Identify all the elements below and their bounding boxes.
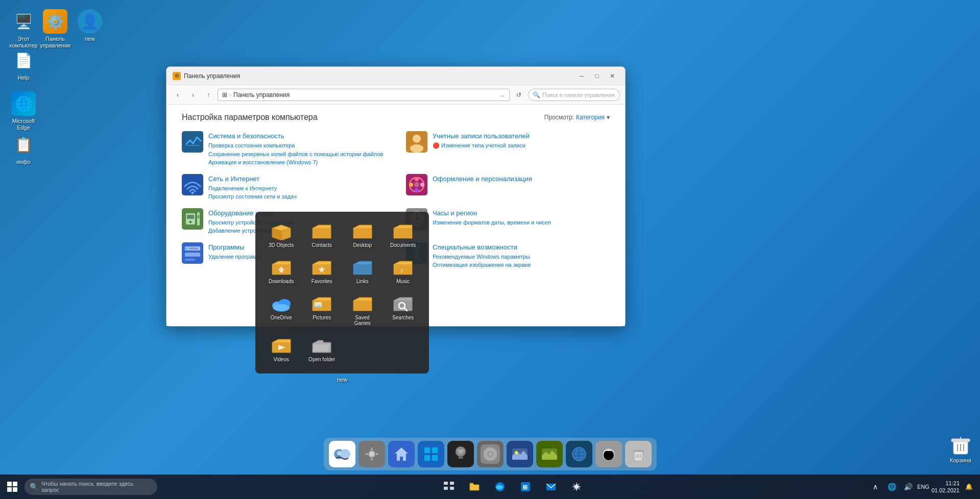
folder-videos[interactable]: Videos [264, 334, 299, 365]
cp-titlebar-left: ⚙ Панель управления [173, 72, 240, 80]
system-security-name[interactable]: Система и безопасность [208, 132, 284, 140]
svg-rect-76 [432, 455, 438, 461]
taskbar-edge[interactable] [489, 476, 511, 498]
dock-installer[interactable] [447, 441, 474, 467]
svg-point-3 [413, 135, 421, 143]
folder-saved-games[interactable]: Saved Games [345, 292, 380, 329]
store-icon: ⊞ [520, 481, 531, 492]
folder-contacts-icon [310, 223, 333, 241]
cat-link-recommended[interactable]: Рекомендуемые Windows параметры [433, 253, 610, 261]
dock-windows[interactable] [418, 441, 444, 467]
user-accounts-text: Учетные записи пользователей 🔴 Изменение… [433, 131, 610, 150]
folder-contacts[interactable]: Contacts [304, 220, 340, 251]
dock-photo1[interactable] [507, 441, 533, 467]
dock-disk[interactable] [477, 441, 504, 467]
svg-rect-29 [185, 253, 200, 257]
up-button[interactable]: ↑ [202, 89, 214, 101]
open-folder-label: Open folder [308, 357, 335, 362]
address-bar[interactable]: ⊞ › Панель управления ⌄ [218, 89, 510, 101]
recycle-bin[interactable]: Корзина [949, 434, 972, 463]
folder-documents[interactable]: Documents [386, 220, 421, 251]
windows-icon [7, 482, 17, 492]
cat-link-date-format[interactable]: Изменение форматов даты, времени и чисел [433, 218, 610, 227]
clock-links: Изменение форматов даты, времени и чисел [433, 218, 610, 227]
close-button[interactable]: ✕ [606, 70, 619, 82]
refresh-button[interactable]: ↺ [513, 89, 525, 101]
view-label-text: Просмотр: [544, 114, 574, 121]
accessibility-text: Специальные возможности Рекомендуемые Wi… [433, 242, 610, 269]
folder-links[interactable]: Links [345, 256, 380, 287]
folder-videos-icon [270, 337, 293, 356]
network-name[interactable]: Сеть и Интернет [208, 175, 259, 183]
cat-link-check[interactable]: Проверка состояния компьютера [208, 141, 386, 150]
dock-power[interactable] [595, 441, 622, 467]
minimize-button[interactable]: ─ [575, 70, 588, 82]
systray-network[interactable]: 🌐 [885, 480, 899, 494]
svg-rect-58 [353, 301, 372, 311]
systray-lang[interactable]: ENG [917, 484, 929, 490]
clock-name[interactable]: Часы и регион [433, 209, 477, 217]
svg-rect-116 [7, 487, 12, 492]
svg-point-67 [337, 451, 341, 455]
folder-onedrive[interactable]: OneDrive [264, 292, 299, 329]
cat-link-network-status[interactable]: Просмотр состояния сети и задач [208, 192, 386, 201]
folder-music[interactable]: ♪ Music [386, 256, 421, 287]
folder-favorites[interactable]: Favorites [304, 256, 340, 287]
folder-documents-icon [392, 223, 414, 241]
cp-search-box[interactable]: 🔍 Поиск в панели управления [528, 89, 620, 101]
desktop-icon-help[interactable]: 📄 Help [3, 46, 44, 83]
cat-link-connect[interactable]: Подключение к Интернету [208, 184, 386, 193]
cat-link-backup[interactable]: Сохранение резервных копий файлов с помо… [208, 150, 386, 159]
systray-chevron[interactable]: ∧ [868, 480, 882, 494]
dock-finder[interactable] [329, 441, 355, 467]
taskbar-settings[interactable] [565, 476, 588, 498]
cat-link-optimize[interactable]: Оптимизация изображения на экране [433, 261, 610, 269]
folder-desktop[interactable]: Desktop [345, 220, 380, 251]
appearance-name[interactable]: Оформление и персонализация [433, 175, 532, 183]
folder-desktop-icon [351, 223, 374, 241]
taskbar-mail[interactable] [540, 476, 562, 498]
user-accounts-name[interactable]: Учетные записи пользователей [433, 132, 530, 140]
start-button[interactable] [2, 477, 22, 497]
systray-volume[interactable]: 🔊 [901, 480, 915, 494]
dock-home[interactable] [388, 441, 415, 467]
programs-name[interactable]: Программы [208, 243, 244, 251]
cat-link-account-type[interactable]: 🔴 Изменение типа учетной записи [433, 141, 610, 150]
desktop-icon-edge[interactable]: 🌐 MicrosoftEdge [3, 89, 44, 133]
mail-icon [545, 481, 557, 492]
back-button[interactable]: ‹ [172, 89, 184, 101]
desktop-icon-new[interactable]: 👤 new [69, 7, 110, 44]
cp-header-row: Настройка параметров компьютера Просмотр… [182, 113, 610, 122]
dock-globe[interactable] [566, 441, 592, 467]
dock-settings[interactable] [358, 441, 385, 467]
desktop-icon-info[interactable]: 📋 инфо [3, 130, 44, 167]
help-label: Help [18, 74, 30, 81]
cat-link-archive[interactable]: Архивация и восстановление (Windows 7) [208, 158, 386, 167]
svg-point-9 [415, 177, 419, 181]
maximize-button[interactable]: □ [590, 70, 604, 82]
svg-point-4 [410, 144, 423, 153]
accessibility-name[interactable]: Специальные возможности [433, 243, 517, 251]
svg-point-11 [415, 188, 419, 192]
svg-point-69 [369, 451, 375, 457]
search-icon: 🔍 [533, 91, 540, 98]
taskbar-clock[interactable]: 11:21 01.02.2021 [931, 480, 960, 494]
notification-icon[interactable]: 🔔 [962, 480, 976, 494]
dock-photo2[interactable] [536, 441, 563, 467]
folder-open[interactable]: Open folder [304, 334, 340, 365]
folder-pictures[interactable]: Pictures [304, 292, 340, 329]
folder-downloads[interactable]: Downloads [264, 256, 299, 287]
control-panel-icon: ⚙️ [43, 9, 67, 34]
folder-searches[interactable]: Searches [386, 292, 421, 329]
svg-rect-121 [450, 487, 454, 490]
taskbar-store[interactable]: ⊞ [514, 476, 537, 498]
svg-rect-41 [353, 228, 372, 238]
taskbar-search-box[interactable]: 🔍 Чтобы начать поиск, введите здесь запр… [25, 479, 157, 495]
svg-rect-117 [13, 487, 17, 492]
view-mode[interactable]: Категория [576, 114, 605, 121]
forward-button[interactable]: › [187, 89, 199, 101]
taskbar-task-view[interactable] [438, 476, 460, 498]
folder-3d-objects[interactable]: 3D Objects [264, 220, 299, 251]
dock-trash[interactable] [625, 441, 652, 467]
taskbar-file-explorer[interactable] [463, 476, 486, 498]
